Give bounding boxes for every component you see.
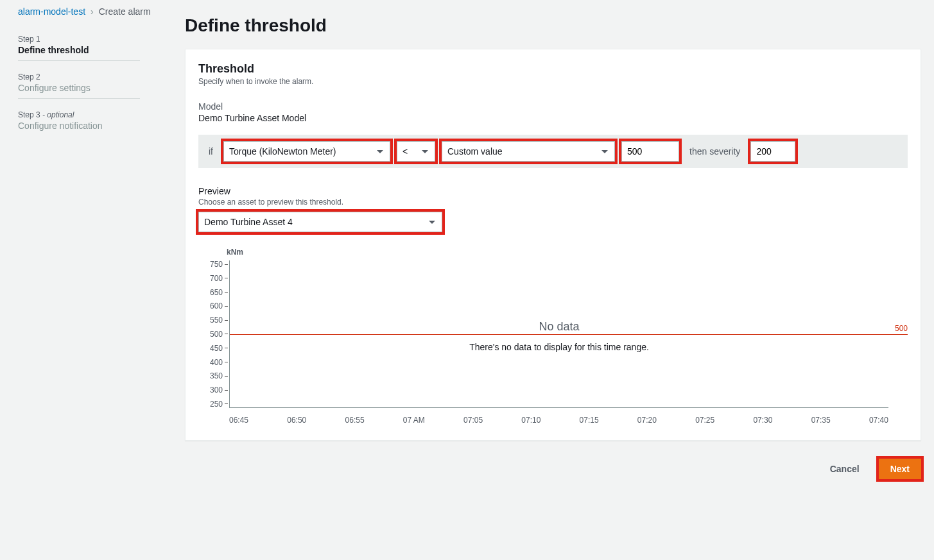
severity-input[interactable] [750, 141, 795, 162]
breadcrumb-current: Create alarm [99, 6, 151, 17]
property-select[interactable]: Torque (KiloNewton Meter) [223, 141, 390, 162]
step-label: Step 2 [18, 72, 140, 81]
no-data-subtitle: There's no data to display for this time… [230, 342, 888, 352]
model-value: Demo Turbine Asset Model [198, 113, 908, 123]
model-label: Model [198, 101, 908, 112]
preview-chart: kNm 750 700 650 600 550 500 450 400 350 … [198, 248, 908, 427]
step-label: Step 3 - optional [18, 110, 140, 119]
wizard-step-3[interactable]: Step 3 - optional Configure notification [18, 105, 140, 136]
breadcrumb-root-link[interactable]: alarm-model-test [18, 6, 85, 17]
preview-asset-select[interactable]: Demo Turbine Asset 4 [198, 212, 442, 232]
threshold-line [230, 334, 908, 335]
chevron-right-icon: › [91, 6, 94, 17]
chart-unit: kNm [227, 248, 908, 257]
if-label: if [205, 146, 217, 157]
step-title: Define threshold [18, 45, 140, 55]
no-data-title: No data [230, 320, 888, 334]
section-title: Threshold [198, 62, 908, 76]
step-label: Step 1 [18, 35, 140, 44]
x-axis: 06:45 06:50 06:55 07 AM 07:05 07:10 07:1… [229, 416, 888, 425]
threshold-line-label: 500 [895, 324, 908, 333]
threshold-panel: Threshold Specify when to invoke the ala… [185, 49, 921, 441]
operator-select[interactable]: < [397, 141, 435, 162]
cancel-button[interactable]: Cancel [818, 459, 871, 479]
step-title: Configure notification [18, 121, 140, 131]
page-title: Define threshold [185, 5, 921, 36]
wizard-step-2[interactable]: Step 2 Configure settings [18, 67, 140, 99]
preview-title: Preview [198, 186, 908, 196]
breadcrumb: alarm-model-test › Create alarm [18, 5, 172, 17]
wizard-step-1[interactable]: Step 1 Define threshold [18, 30, 140, 61]
condition-row: if Torque (KiloNewton Meter) < Custom va… [198, 135, 908, 168]
section-desc: Specify when to invoke the alarm. [198, 77, 908, 86]
preview-desc: Choose an asset to preview this threshol… [198, 198, 908, 207]
threshold-value-input[interactable] [621, 141, 679, 162]
wizard-actions: Cancel Next [185, 459, 921, 479]
chart-plot-area: No data 500 There's no data to display f… [229, 260, 888, 408]
step-title: Configure settings [18, 83, 140, 93]
value-type-select[interactable]: Custom value [442, 141, 615, 162]
y-axis: 750 700 650 600 550 500 450 400 350 300 … [198, 260, 228, 408]
next-button[interactable]: Next [879, 459, 921, 479]
then-severity-label: then severity [686, 146, 744, 157]
